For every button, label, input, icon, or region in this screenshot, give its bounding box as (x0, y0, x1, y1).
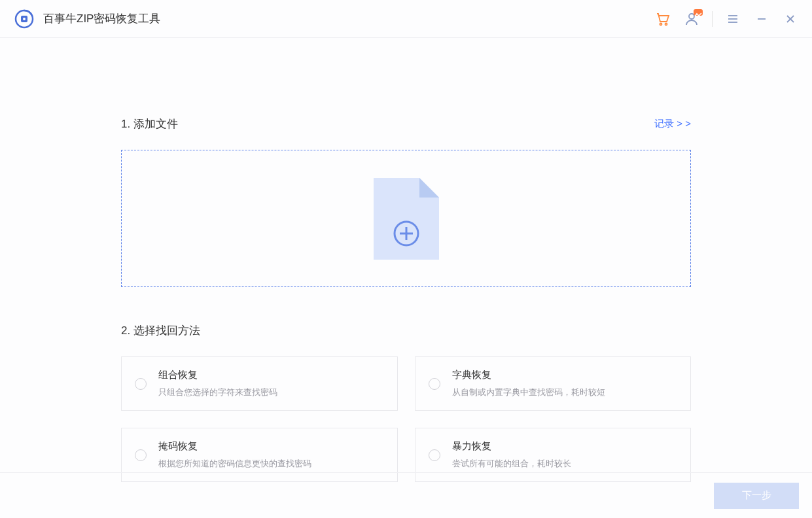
minimize-icon[interactable] (753, 10, 770, 27)
svg-point-2 (23, 18, 26, 20)
user-badge-icon (694, 9, 703, 16)
app-title: 百事牛ZIP密码恢复工具 (43, 11, 160, 26)
method-desc: 根据您所知道的密码信息更快的查找密码 (158, 458, 311, 470)
radio-icon (135, 449, 147, 461)
method-info: 组合恢复 只组合您选择的字符来查找密码 (158, 369, 277, 398)
file-add-icon (374, 178, 439, 260)
main-content: 1. 添加文件 记录 > > 2. 选择找回方法 组合恢复 只组合您选择的字符来… (0, 38, 812, 482)
method-info: 字典恢复 从自制或内置字典中查找密码，耗时较短 (452, 369, 605, 398)
method-desc: 尝试所有可能的组合，耗时较长 (452, 458, 571, 470)
add-file-title: 1. 添加文件 (121, 116, 178, 131)
method-desc: 只组合您选择的字符来查找密码 (158, 387, 277, 398)
file-dropzone[interactable] (121, 150, 691, 287)
cart-icon[interactable] (654, 10, 671, 27)
titlebar-divider (712, 11, 713, 27)
history-link[interactable]: 记录 > > (654, 118, 691, 130)
method-title: 字典恢复 (452, 369, 605, 381)
add-file-header: 1. 添加文件 记录 > > (121, 116, 691, 131)
method-title: 组合恢复 (158, 369, 277, 381)
svg-point-4 (665, 23, 667, 25)
next-button[interactable]: 下一步 (714, 483, 799, 509)
footer: 下一步 (0, 472, 812, 518)
titlebar-right (654, 10, 799, 27)
close-icon[interactable] (782, 10, 799, 27)
user-icon[interactable] (683, 10, 700, 27)
method-title: 掩码恢复 (158, 440, 311, 453)
radio-icon (429, 378, 440, 390)
method-title: 暴力恢复 (452, 440, 571, 453)
svg-point-3 (660, 23, 662, 25)
app-logo-icon (14, 9, 34, 29)
menu-icon[interactable] (724, 10, 741, 27)
titlebar: 百事牛ZIP密码恢复工具 (0, 0, 812, 38)
radio-icon (135, 378, 147, 390)
method-section-title: 2. 选择找回方法 (121, 323, 691, 338)
method-card-dictionary[interactable]: 字典恢复 从自制或内置字典中查找密码，耗时较短 (415, 356, 692, 411)
method-desc: 从自制或内置字典中查找密码，耗时较短 (452, 387, 605, 398)
titlebar-left: 百事牛ZIP密码恢复工具 (14, 9, 160, 29)
method-info: 掩码恢复 根据您所知道的密码信息更快的查找密码 (158, 440, 311, 470)
method-grid: 组合恢复 只组合您选择的字符来查找密码 字典恢复 从自制或内置字典中查找密码，耗… (121, 356, 691, 482)
method-info: 暴力恢复 尝试所有可能的组合，耗时较长 (452, 440, 571, 470)
method-card-combination[interactable]: 组合恢复 只组合您选择的字符来查找密码 (121, 356, 398, 411)
radio-icon (429, 449, 440, 461)
